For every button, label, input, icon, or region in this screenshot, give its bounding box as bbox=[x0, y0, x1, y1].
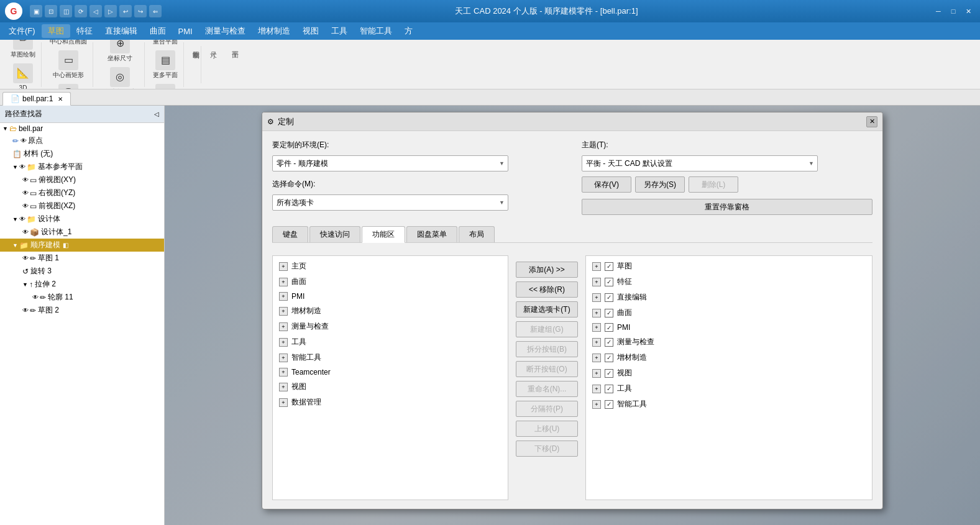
tb-ctrl-4[interactable]: ⟳ bbox=[75, 5, 87, 17]
ribbon-checkbox-pmi[interactable] bbox=[605, 323, 613, 332]
tree-item-origin[interactable]: ✏ 👁 原点 bbox=[0, 134, 164, 147]
tree-item-top-view[interactable]: 👁 ▭ 俯视图(XY) bbox=[0, 173, 164, 186]
menu-sketch[interactable]: 草图 bbox=[42, 24, 70, 38]
tree-item-rotate3[interactable]: ↺ 旋转 3 bbox=[0, 265, 164, 278]
ribbon-item-direct-edit[interactable]: + 直接编辑 bbox=[588, 290, 869, 305]
cmd-expand-tools[interactable]: + bbox=[279, 338, 288, 347]
menu-pmi[interactable]: PMI bbox=[172, 25, 199, 37]
ribbon-expand-surf[interactable]: + bbox=[592, 309, 601, 317]
cmd-expand-smart[interactable]: + bbox=[279, 354, 288, 362]
dialog-close-button[interactable]: ✕ bbox=[866, 116, 877, 127]
tree-item-sequential[interactable]: ▼ 📁 顺序建模 ◧ bbox=[0, 239, 164, 252]
theme-select[interactable]: 平衡 - 天工 CAD 默认设置 经典 bbox=[582, 155, 818, 171]
tb-ctrl-3[interactable]: ◫ bbox=[60, 5, 72, 17]
tree-item-ref-planes[interactable]: ▼ 👁 📁 基本参考平面 bbox=[0, 160, 164, 173]
menu-measure[interactable]: 测量与检查 bbox=[199, 24, 252, 38]
tree-item-extrude2[interactable]: ▼ ↑ 拉伸 2 bbox=[0, 278, 164, 291]
cmd-expand-surface[interactable]: + bbox=[279, 278, 288, 286]
ribbon-checkbox-smart[interactable] bbox=[605, 400, 613, 409]
new-tab-button[interactable]: 新建选项卡(T) bbox=[516, 301, 578, 317]
ribbon-checkbox-surf[interactable] bbox=[605, 309, 613, 317]
menu-feature[interactable]: 特征 bbox=[70, 24, 99, 38]
tab-keyboard[interactable]: 键盘 bbox=[272, 226, 308, 242]
ribbon-checkbox-view[interactable] bbox=[605, 369, 613, 378]
cmd-item-surface[interactable]: + 曲面 bbox=[275, 274, 505, 290]
cmd-expand-measure[interactable]: + bbox=[279, 322, 288, 331]
reset-dock-button[interactable]: 重置停靠窗格 bbox=[582, 199, 872, 215]
disconnect-btn-button[interactable]: 断开按钮(O) bbox=[516, 361, 578, 377]
tb-ctrl-6[interactable]: ▷ bbox=[104, 5, 117, 17]
ribbon-expand-meas[interactable]: + bbox=[592, 338, 601, 347]
toolbar-btn-rect[interactable]: ▭ 中心画矩形 bbox=[50, 48, 87, 81]
add-button[interactable]: 添加(A) >> bbox=[516, 262, 578, 278]
tb-ctrl-1[interactable]: ▣ bbox=[30, 5, 42, 17]
menu-view[interactable]: 视图 bbox=[296, 24, 325, 38]
maximize-button[interactable]: □ bbox=[946, 4, 960, 18]
tree-arrow-extrude2[interactable]: ▼ bbox=[22, 281, 28, 288]
minimize-button[interactable]: ─ bbox=[932, 4, 945, 18]
tree-item-design-body-folder[interactable]: ▼ 👁 📁 设计体 bbox=[0, 212, 164, 226]
toolbar-btn-3d-sketch[interactable]: 📐 3D草图 bbox=[8, 62, 38, 90]
cmd-item-data-mgmt[interactable]: + 数据管理 bbox=[275, 395, 505, 410]
env-select-wrapper[interactable]: 零件 - 顺序建模 装配体 工程图 bbox=[272, 155, 508, 171]
cmd-expand-home[interactable]: + bbox=[279, 262, 288, 271]
ribbon-item-smart[interactable]: + 智能工具 bbox=[588, 396, 869, 412]
cmd-select[interactable]: 所有选项卡 主页 特征 bbox=[272, 194, 508, 211]
ribbon-item-sketch[interactable]: + 草图 bbox=[588, 258, 869, 274]
separator-button[interactable]: 分隔符(P) bbox=[516, 401, 578, 417]
tab-bell-par[interactable]: 📄 bell.par:1 ✕ bbox=[2, 92, 71, 106]
menu-file[interactable]: 文件(F) bbox=[2, 24, 42, 38]
tree-arrow-root[interactable]: ▼ bbox=[2, 126, 8, 132]
cmd-expand-view[interactable]: + bbox=[279, 383, 288, 391]
ribbon-item-surface[interactable]: + 曲面 bbox=[588, 305, 869, 321]
menu-extra[interactable]: 方 bbox=[398, 24, 419, 38]
tab-close-icon[interactable]: ✕ bbox=[58, 96, 63, 103]
ribbon-checkbox-add[interactable] bbox=[605, 354, 613, 362]
ribbon-checkbox-tools[interactable] bbox=[605, 385, 613, 393]
tree-item-material[interactable]: 📋 材料 (无) bbox=[0, 147, 164, 160]
cmd-item-measure[interactable]: + 测量与检查 bbox=[275, 319, 505, 334]
cmd-item-pmi[interactable]: + PMI bbox=[275, 290, 505, 303]
ribbon-expand-feature[interactable]: + bbox=[592, 278, 601, 286]
menu-tools[interactable]: 工具 bbox=[325, 24, 354, 38]
ribbon-checkbox-meas[interactable] bbox=[605, 338, 613, 347]
toolbar-btn-more-planes[interactable]: ▤ 更多平面 bbox=[150, 48, 181, 81]
ribbon-expand-tools[interactable]: + bbox=[592, 385, 601, 393]
tb-ctrl-9[interactable]: ⇐ bbox=[149, 5, 162, 17]
sidebar-expand-icon[interactable]: ◁ bbox=[154, 111, 159, 117]
theme-select-wrapper[interactable]: 平衡 - 天工 CAD 默认设置 经典 bbox=[582, 155, 818, 171]
tree-arrow-seq[interactable]: ▼ bbox=[12, 242, 18, 249]
ribbon-checkbox-feature[interactable] bbox=[605, 278, 613, 286]
rename-button[interactable]: 重命名(N)... bbox=[516, 381, 578, 397]
toolbar-btn-angular-coord[interactable]: ◎ 角坐标尺寸 bbox=[101, 65, 139, 90]
title-bar-controls[interactable]: ▣ ⊡ ◫ ⟳ ◁ ▷ ↩ ↪ ⇐ bbox=[30, 5, 162, 17]
ribbon-expand-view[interactable]: + bbox=[592, 369, 601, 378]
save-button[interactable]: 保存(V) bbox=[582, 176, 631, 193]
toolbar-btn-circle[interactable]: ○ 中心和点画圆 bbox=[47, 40, 90, 47]
ribbon-expand-direct[interactable]: + bbox=[592, 293, 601, 302]
tree-item-profile11[interactable]: 👁 ✏ 轮廓 11 bbox=[0, 291, 164, 304]
cmd-select-wrapper[interactable]: 所有选项卡 主页 特征 bbox=[272, 194, 508, 211]
toolbar-btn-arc[interactable]: ⌒ 相切圆弧 bbox=[53, 82, 84, 90]
delete-button[interactable]: 删除(L) bbox=[689, 176, 738, 193]
toolbar-btn-coord-sys[interactable]: ✛ 坐标系 bbox=[150, 82, 180, 90]
window-controls[interactable]: ─ □ ✕ bbox=[932, 4, 975, 18]
tab-quick-access[interactable]: 快速访问 bbox=[309, 226, 360, 242]
tree-item-front-view[interactable]: 👁 ▭ 前视图(XZ) bbox=[0, 199, 164, 212]
toolbar-btn-coincide-plane[interactable]: ▣ 重合平面 bbox=[150, 40, 181, 47]
split-btn-button[interactable]: 拆分按钮(B) bbox=[516, 341, 578, 357]
menu-additive[interactable]: 增材制造 bbox=[252, 24, 296, 38]
cmd-item-smart-tools[interactable]: + 智能工具 bbox=[275, 350, 505, 365]
cmd-expand-data[interactable]: + bbox=[279, 398, 288, 407]
cmd-expand-additive[interactable]: + bbox=[279, 307, 288, 316]
cmd-expand-teamcenter[interactable]: + bbox=[279, 368, 288, 377]
env-select[interactable]: 零件 - 顺序建模 装配体 工程图 bbox=[272, 155, 508, 171]
canvas-area[interactable]: ⚙ 定制 ✕ 要定制的环境(E): bbox=[165, 106, 980, 525]
ribbon-item-measure[interactable]: + 测量与检查 bbox=[588, 334, 869, 350]
remove-button[interactable]: << 移除(R) bbox=[516, 281, 578, 298]
tree-item-sketch2[interactable]: 👁 ✏ 草图 2 bbox=[0, 304, 164, 317]
tree-item-design-body-1[interactable]: 👁 📦 设计体_1 bbox=[0, 226, 164, 239]
ribbon-item-pmi[interactable]: + PMI bbox=[588, 321, 869, 334]
cmd-expand-pmi[interactable]: + bbox=[279, 292, 288, 301]
tree-item-root[interactable]: ▼ 🗁 bell.par bbox=[0, 123, 164, 134]
